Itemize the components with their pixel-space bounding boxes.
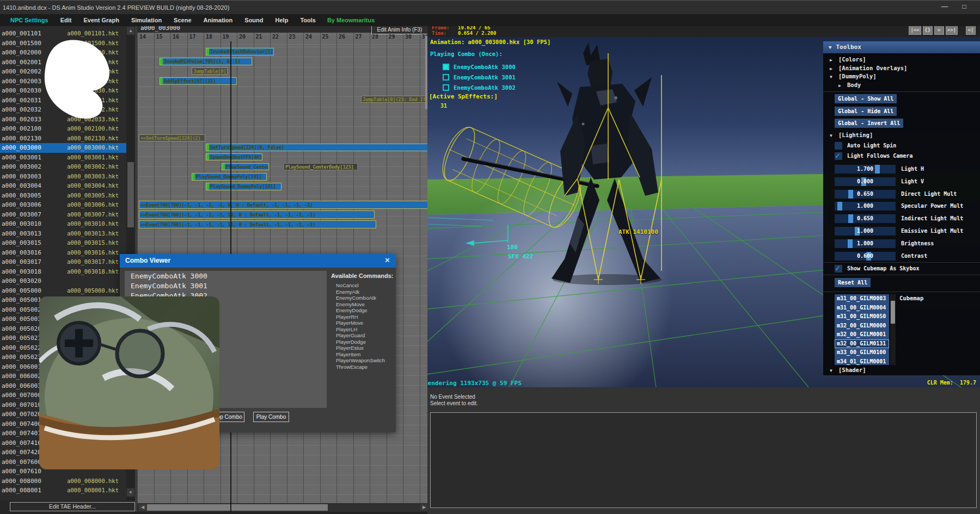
timeline-event[interactable]: PlaySound_CenterBody[123] [284,163,358,170]
cubemap-item[interactable]: m33_00_GILM0100 [835,348,889,357]
minimize-button[interactable]: — [936,1,953,14]
slider-track[interactable]: 1.000 [835,202,896,210]
timeline-event[interactable]: SetTurnSpeed[224](0, False) [206,144,430,151]
menu-event-graph[interactable]: Event Graph [77,17,125,23]
anim-list-row[interactable]: a000_002130a000_002130.hkt [0,134,126,144]
anim-list-row[interactable]: a000_003016a000_003016.hkt [0,248,126,258]
anim-list-row[interactable]: a000_003018a000_003018.hkt [0,267,126,277]
lighting-slider[interactable]: 0.000Light V [835,177,976,186]
combo-check-row[interactable]: EnemyComboAtk 3000 [443,63,516,71]
cubemap-scrollbar[interactable] [890,294,896,365]
anim-list-row[interactable]: a000_003017a000_003017.hkt [0,257,126,267]
show-cubemap-checkbox[interactable] [835,265,842,273]
cubemap-item[interactable]: m31_00_GILM0004 [835,304,889,313]
timeline-event[interactable]: <=Event700[700](-1, -1, -1, -1, 0, 0 : D… [139,201,430,209]
light-follows-camera-row[interactable]: Light Follows Camera [835,152,912,160]
playback-button[interactable]: >>| [946,26,958,35]
cubemap-list[interactable]: m31_00_GILM0003m31_00_GILM0004m31_00_GIL… [835,294,889,365]
cubemap-item[interactable]: m32_00_GILM0131 [835,339,889,349]
timeline-event[interactable]: PlaySound_CenterBody[123] [222,163,269,170]
title-bar[interactable]: 1410.anibnd.dcx - DS Anim Studio Version… [0,0,980,14]
dialog-title-bar[interactable]: Combo Viewer ✕ [120,254,396,268]
reset-all-button[interactable]: Reset All [835,278,871,287]
combo-checkbox[interactable] [443,84,449,91]
toolbox-tree-item[interactable]: ▶Body [838,81,861,89]
auto-light-spin-row[interactable]: Auto Light Spin [835,141,896,150]
slider-track[interactable]: 1.000 [835,239,896,248]
lighting-slider[interactable]: 0.650Indirect Light Mult [835,214,976,223]
cubemap-item[interactable]: m31_00_GILM0050 [835,312,889,321]
combo-check-row[interactable]: EnemyComboAtk 3001 [443,73,516,81]
auto-light-spin-checkbox[interactable] [835,142,842,150]
toolbox-header[interactable]: ▼Toolbox [823,41,980,53]
scrollbar-thumb[interactable] [127,162,134,227]
anim-list-row[interactable]: a000_003013a000_003013.hkt [0,229,126,239]
slider-track[interactable]: 1.700 [835,165,896,174]
combo-checkbox[interactable] [443,74,449,80]
anim-list-row[interactable]: a000_003002a000_003002.hkt [0,162,126,172]
slider-track[interactable]: 0.650 [835,190,896,199]
anim-list-row[interactable]: a000_003006a000_003006.hkt [0,200,126,210]
timeline-event[interactable]: <=Event700[700](-1, -1, -1, -1, 11, 0 : … [139,220,376,228]
slider-track[interactable]: 0.600 [835,252,896,261]
anim-list-row[interactable]: a000_003000a000_003000.hkt [0,143,126,153]
menu-npc-settings[interactable]: NPC Settings [4,17,54,23]
timeline-event[interactable]: PlaySound_DummyPoly[191] [206,183,281,190]
timeline-horizontal-scrollbar[interactable]: ◀ ▶ [138,503,428,512]
toolbox-tree-item[interactable]: ▼[DummyPoly] [830,72,877,80]
scrollbar-thumb[interactable] [891,301,895,324]
anim-list-row[interactable]: a000_003007a000_003007.hkt [0,210,126,220]
edit-tae-header-button[interactable]: Edit TAE Header... [10,502,135,511]
scroll-up-icon[interactable]: ▲ [127,27,134,35]
timeline-event[interactable]: InvokeAttackBehavior[1] [206,48,274,55]
combo-list-item[interactable]: EnemyComboAtk 3000 [125,271,327,281]
anim-list-row[interactable]: a000_003015a000_003015.hkt [0,238,126,248]
anim-list-row[interactable]: a000_002100a000_002100.hkt [0,124,126,134]
show-cubemap-row[interactable]: Show Cubemap As Skybox [835,264,919,273]
cubemap-item[interactable]: m32_00_GILM0000 [835,321,889,331]
anim-list-row[interactable]: a000_005000a000_005000.hkt [0,286,126,296]
menu-sound[interactable]: Sound [238,17,269,23]
playback-button[interactable]: <| [966,26,976,35]
menu-help[interactable]: Help [270,17,295,23]
shader-section-header[interactable]: ▼[Shader] [830,366,866,374]
inspector-edit-area[interactable] [430,412,977,508]
lighting-slider[interactable]: 0.650Direct Light Mult [835,190,976,199]
toolbox-tree-item[interactable]: ▶[Colors] [830,55,866,64]
cubemap-item[interactable]: m32_00_GILM0001 [835,330,889,339]
anim-list-row[interactable]: a000_008000a000_008000.hkt [0,476,126,486]
lighting-slider[interactable]: 1.000Specular Power Mult [835,202,976,210]
menu-tools[interactable]: Tools [294,17,322,23]
anim-list-row[interactable]: a000_003001a000_003001.hkt [0,153,126,163]
anim-list-row[interactable]: a000_003005a000_003005.hkt [0,191,126,201]
anim-list-row[interactable]: a000_003004a000_003004.hkt [0,181,126,191]
anim-list-row[interactable]: a000_003010a000_003010.hkt [0,219,126,229]
timeline-event[interactable]: <=Event700[700](-1, -1, -1, -1, 10, 0 : … [139,210,375,219]
timeline-event[interactable]: InvokeDS3Poise[795](1, 0, 1) [160,58,252,65]
cubemap-item[interactable]: m31_00_GILM0003 [835,294,889,304]
slider-track[interactable]: 0.000 [835,177,896,186]
play-combo-button[interactable]: Play Combo [253,412,289,422]
combo-check-row[interactable]: EnemyComboAtk 3002 [443,84,516,91]
anim-list-row[interactable]: a000_003003a000_003003.hkt [0,172,126,182]
global-dummy-poly-button[interactable]: Global - Invert All [835,119,903,128]
close-icon[interactable]: ✕ [384,256,390,264]
maximize-button[interactable]: □ [956,1,972,14]
toolbox-tree-item[interactable]: ▶[Animation Overlays] [830,64,907,72]
light-follows-camera-checkbox[interactable] [835,152,842,160]
timeline-event[interactable]: JumpTable[0] [192,67,228,75]
timeline-event[interactable]: <=SetTurnSpeed[224](2) [139,134,205,141]
scroll-right-icon[interactable]: ▶ [420,504,428,511]
slider-track[interactable]: 1.000 [835,227,896,236]
playback-button[interactable]: {} [923,26,933,35]
edit-anim-info-button[interactable]: Edit Anim Info (F3) [371,25,428,34]
slider-track[interactable]: 0.650 [835,214,896,223]
lighting-slider[interactable]: 1.700Light H [835,165,976,174]
menu-simulation[interactable]: Simulation [125,17,168,23]
timeline-event[interactable]: AddSpEffect[67](31) [160,77,237,85]
scroll-down-icon[interactable]: ▼ [127,488,134,497]
anim-list-row[interactable]: a000_001101a000_001101.hkt [0,29,126,39]
scrollbar-thumb[interactable] [147,504,328,511]
timeline-event[interactable]: JumpTable[0](23: End If [361,96,430,103]
menu-scene[interactable]: Scene [168,17,197,23]
